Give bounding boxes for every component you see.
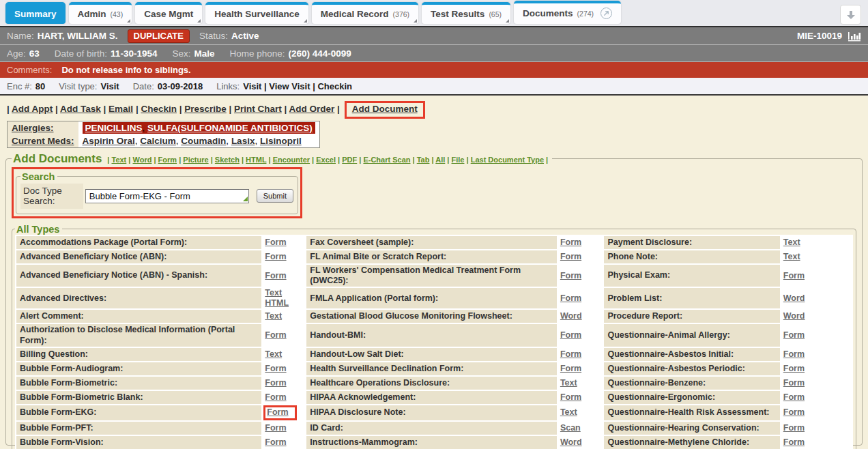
med-lisinopril[interactable]: Lisinopril: [260, 136, 302, 146]
quick-link-print-chart[interactable]: Print Chart: [234, 104, 282, 114]
create-doc-link-bubble-form-biometric-form[interactable]: Form: [265, 378, 286, 388]
doc-type-link-cell: Form: [558, 362, 603, 375]
create-doc-link-questionnaire-benzene-form[interactable]: Form: [783, 378, 805, 388]
create-doc-link-questionnaire-asbestos-initial-form[interactable]: Form: [783, 349, 805, 360]
add-documents-section: Add Documents | Text | Word | Form | Pic…: [5, 152, 863, 446]
encounter-link-visit[interactable]: Visit: [243, 81, 261, 91]
create-doc-link-alert-comment-text[interactable]: Text: [265, 311, 282, 321]
med-calcium[interactable]: Calcium: [140, 136, 176, 146]
create-doc-link-questionnaire-asbestos-periodic-form[interactable]: Form: [783, 364, 805, 374]
doc-type-toolbar-last-document-type[interactable]: Last Document Type: [471, 156, 544, 164]
sex-label: Sex:: [172, 48, 190, 59]
doc-type-label: ID Card:: [306, 422, 557, 435]
doc-type-toolbar-excel[interactable]: Excel: [316, 156, 336, 164]
chart-stats-icon[interactable]: [848, 31, 861, 42]
doc-type-link-cell: Form: [558, 391, 603, 404]
external-link-icon[interactable]: [601, 8, 612, 19]
visit-type-value: Visit: [100, 81, 119, 91]
collapse-header-button[interactable]: [840, 5, 861, 25]
doc-type-link-cell: Form: [558, 265, 603, 287]
doc-type-toolbar-text[interactable]: Text: [111, 156, 126, 164]
med-aspirin-oral[interactable]: Aspirin Oral: [83, 136, 135, 146]
create-doc-link-advanced-beneficiary-notice-abn-spanish-form[interactable]: Form: [265, 271, 286, 281]
tab-summary[interactable]: Summary: [5, 2, 66, 24]
create-doc-link-handout-low-salt-diet-form[interactable]: Form: [560, 349, 581, 360]
create-doc-link-bubble-form-vision-form[interactable]: Form: [265, 437, 286, 448]
create-doc-link-id-card-scan[interactable]: Scan: [560, 423, 581, 433]
doc-type-search-input[interactable]: [85, 189, 249, 203]
tab-documents[interactable]: Documents(274): [514, 1, 621, 24]
create-doc-link-health-surveillance-declination-form-form[interactable]: Form: [560, 364, 581, 374]
allergy-penicillins[interactable]: PENICILLINS: [85, 123, 143, 133]
create-doc-link-gestational-blood-glucose-monitoring-flowsheet-word[interactable]: Word: [560, 311, 582, 321]
tab-case-mgmt[interactable]: Case Mgmt: [135, 2, 202, 24]
quick-link-add-task[interactable]: Add Task: [60, 104, 101, 114]
create-doc-link-fl-workers-compensation-medical-treatment-form-dwc25-form[interactable]: Form: [560, 271, 581, 281]
doc-type-toolbar-picture[interactable]: Picture: [183, 156, 208, 164]
quick-link-add-appt[interactable]: Add Appt: [12, 104, 53, 114]
create-doc-link-bubble-form-ekg-form[interactable]: Form: [267, 407, 288, 418]
create-doc-link-procedure-report-word[interactable]: Word: [783, 311, 805, 321]
table-row: Bubble Form-Biometric Blank:FormHIPAA Ac…: [16, 391, 852, 404]
doc-type-toolbar-html[interactable]: HTML: [246, 156, 266, 164]
med-coumadin[interactable]: Coumadin: [181, 136, 226, 146]
doc-type-toolbar-e-chart-scan[interactable]: E-Chart Scan: [363, 156, 410, 164]
create-doc-link-payment-disclosure-text[interactable]: Text: [783, 237, 800, 248]
encounter-link-view-visit[interactable]: View Visit: [269, 81, 310, 91]
quick-link-email[interactable]: Email: [108, 104, 133, 114]
create-doc-link-advanced-beneficiary-notice-abn-form[interactable]: Form: [265, 252, 286, 262]
create-doc-link-questionnaire-animal-allergy-form[interactable]: Form: [783, 330, 805, 341]
create-doc-link-problem-list-word[interactable]: Word: [783, 293, 805, 304]
create-doc-link-advanced-directives-html[interactable]: HTML: [265, 298, 303, 308]
tab-test-results[interactable]: Test Results(65): [422, 2, 510, 24]
create-doc-link-advanced-directives-text[interactable]: Text: [265, 288, 303, 298]
quick-link-add-order[interactable]: Add Order: [289, 104, 335, 114]
doc-type-toolbar-all[interactable]: All: [435, 156, 445, 164]
current-meds-link[interactable]: Current Meds:: [12, 136, 74, 146]
tab-health-surveillance[interactable]: Health Surveillance: [205, 2, 308, 24]
doc-type-link-cell: Form: [558, 250, 603, 263]
create-doc-link-questionnaire-health-risk-assessment-form[interactable]: Form: [783, 407, 805, 418]
encounter-link-checkin[interactable]: Checkin: [317, 81, 352, 91]
create-doc-link-questionnaire-hearing-conservation-form[interactable]: Form: [783, 423, 805, 433]
create-doc-link-fax-coversheet-sample-form[interactable]: Form: [560, 237, 581, 248]
doc-type-toolbar-tab[interactable]: Tab: [417, 156, 430, 164]
doc-type-toolbar-word[interactable]: Word: [133, 156, 152, 164]
search-submit-button[interactable]: Submit: [257, 189, 293, 203]
create-doc-link-authorization-to-disclose-medical-information-portal-form-form[interactable]: Form: [265, 330, 286, 341]
doc-type-toolbar-sketch[interactable]: Sketch: [215, 156, 240, 164]
med-lasix[interactable]: Lasix: [231, 136, 255, 146]
create-doc-link-healthcare-operations-disclosure-text[interactable]: Text: [560, 378, 577, 388]
create-doc-link-handout-bmi-form[interactable]: Form: [560, 330, 581, 341]
doc-type-label: Billing Question:: [16, 348, 261, 361]
allergy-sulfa-sulfonamide-antibiotics[interactable]: SULFA(SULFONAMIDE ANTIBIOTICS): [147, 123, 313, 133]
create-doc-link-bubble-form-audiogram-form[interactable]: Form: [265, 364, 286, 374]
create-doc-link-hipaa-acknowledgement-form[interactable]: Form: [560, 392, 581, 403]
quick-link-checkin[interactable]: Checkin: [141, 104, 177, 114]
create-doc-link-questionnaire-methylene-chloride-form[interactable]: Form: [783, 437, 805, 448]
create-doc-link-fl-animal-bite-or-scratch-report-form[interactable]: Form: [560, 252, 581, 262]
create-doc-link-questionnaire-ergonomic-form[interactable]: Form: [783, 392, 805, 403]
create-doc-link-fmla-application-portal-form-form[interactable]: Form: [560, 293, 581, 304]
create-doc-link-accommodations-package-portal-form-form[interactable]: Form: [265, 237, 286, 248]
phone-value: (260) 444-0099: [289, 48, 351, 59]
create-doc-link-phone-note-text[interactable]: Text: [783, 252, 800, 262]
create-doc-link-billing-question-text[interactable]: Text: [265, 349, 282, 360]
tab-admin[interactable]: Admin(43): [69, 2, 132, 24]
tab-medical-record[interactable]: Medical Record(376): [312, 2, 418, 24]
quick-link-add-document[interactable]: Add Document: [352, 104, 418, 114]
doc-type-toolbar-encounter[interactable]: Encounter: [273, 156, 310, 164]
create-doc-link-instructions-mammogram-word[interactable]: Word: [560, 437, 582, 448]
create-doc-link-bubble-form-pft-form[interactable]: Form: [265, 423, 286, 433]
create-doc-link-bubble-form-biometric-blank-form[interactable]: Form: [265, 392, 286, 403]
doc-type-toolbar-form[interactable]: Form: [158, 156, 177, 164]
doc-type-link-cell: Form: [781, 422, 852, 435]
allergies-link[interactable]: Allergies:: [12, 123, 54, 133]
quick-link-prescribe[interactable]: Prescribe: [184, 104, 227, 114]
doc-type-toolbar-file[interactable]: File: [452, 156, 465, 164]
doc-type-link-cell: Form: [781, 391, 852, 404]
create-doc-link-hipaa-disclosure-note-text[interactable]: Text: [560, 407, 577, 418]
create-doc-link-physical-exam-form[interactable]: Form: [783, 271, 805, 281]
doc-type-toolbar-pdf[interactable]: PDF: [342, 156, 357, 164]
doc-type-label: HIPAA Disclosure Note:: [306, 405, 557, 420]
